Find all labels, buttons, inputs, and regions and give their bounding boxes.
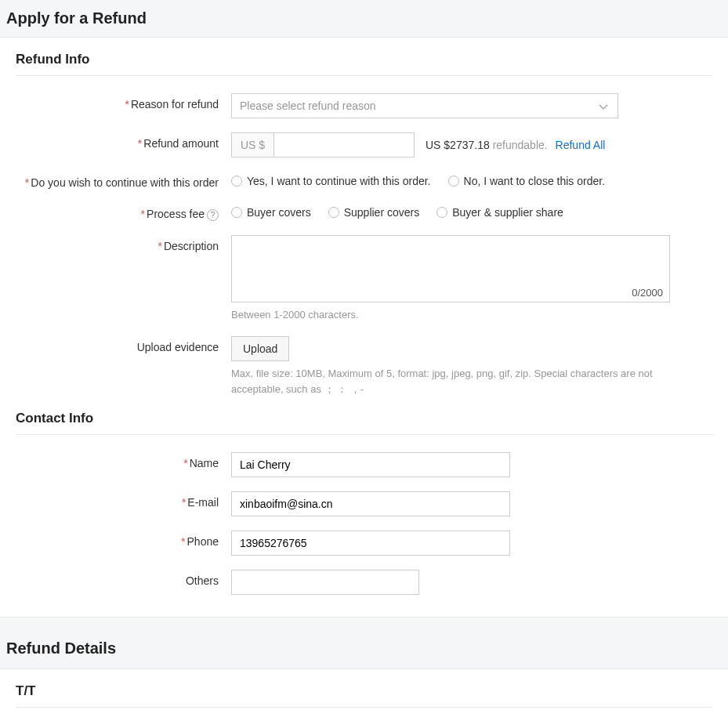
label-phone: *Phone (16, 531, 231, 548)
char-counter: 0/2000 (632, 287, 663, 299)
section-title-refund-info: Refund Info (16, 52, 712, 76)
row-continue-order: *Do you wish to continue with this order… (16, 172, 712, 189)
phone-input[interactable] (231, 531, 510, 556)
refund-details-title: Refund Details (0, 633, 728, 668)
label-phone-text: Phone (187, 535, 219, 548)
row-description: *Description 0/2000 Between 1-2000 chara… (16, 235, 712, 323)
required-marker: * (158, 240, 162, 252)
description-hint: Between 1-2000 characters. (231, 307, 670, 323)
label-name: *Name (16, 452, 231, 469)
row-upload: Upload evidence Upload Max. file size: 1… (16, 336, 712, 397)
radio-icon (328, 207, 339, 218)
label-process-fee-text: Process fee (147, 208, 205, 220)
help-icon[interactable]: ? (207, 209, 219, 221)
row-process-fee: *Process fee? Buyer covers Supplier cove… (16, 203, 712, 221)
page-title: Apply for a Refund (0, 0, 728, 37)
required-marker: * (141, 208, 145, 220)
row-amount: *Refund amount US $ US $2737.18 refundab… (16, 132, 712, 158)
radio-continue-yes[interactable]: Yes, I want to continue with this order. (231, 175, 431, 187)
label-continue-text: Do you wish to continue with this order (31, 176, 219, 189)
label-others-text: Others (186, 574, 219, 587)
required-marker: * (138, 137, 142, 150)
row-name: *Name (16, 452, 712, 477)
required-marker: * (182, 496, 186, 509)
required-marker: * (181, 535, 185, 548)
chevron-down-icon (597, 100, 610, 115)
radio-label: No, I want to close this order. (464, 175, 606, 187)
label-others: Others (16, 570, 231, 587)
reason-select[interactable]: Please select refund reason (231, 93, 618, 118)
description-textarea[interactable]: 0/2000 (231, 235, 670, 302)
label-description-text: Description (164, 240, 219, 252)
email-input[interactable] (231, 491, 510, 516)
refundable-amount: US $2737.18 (426, 139, 490, 151)
row-others: Others (16, 570, 712, 595)
radio-label: Buyer & supplier share (452, 206, 563, 219)
label-reason-text: Reason for refund (131, 98, 219, 110)
upload-hint: Max. file size: 10MB, Maximum of 5, form… (231, 366, 670, 397)
refundable-suffix: refundable. (493, 139, 548, 151)
radio-icon (436, 207, 447, 218)
currency-prefix: US $ (231, 132, 273, 158)
refundable-info: US $2737.18 refundable. Refund All (426, 139, 605, 151)
refund-amount-input[interactable] (273, 132, 415, 158)
required-marker: * (125, 98, 129, 110)
reason-select-placeholder: Please select refund reason (240, 100, 376, 112)
radio-fee-supplier[interactable]: Supplier covers (328, 206, 420, 219)
payment-method-title: T/T (16, 683, 712, 708)
label-amount: *Refund amount (16, 132, 231, 150)
refund-all-link[interactable]: Refund All (556, 139, 606, 151)
label-upload-text: Upload evidence (137, 341, 219, 353)
label-name-text: Name (190, 457, 219, 469)
name-input[interactable] (231, 452, 510, 477)
radio-continue-no[interactable]: No, I want to close this order. (448, 175, 606, 187)
refund-form-panel: Refund Info *Reason for refund Please se… (0, 37, 728, 618)
row-email: *E-mail (16, 491, 712, 516)
radio-fee-share[interactable]: Buyer & supplier share (436, 206, 563, 219)
radio-fee-buyer[interactable]: Buyer covers (231, 206, 311, 219)
upload-button[interactable]: Upload (231, 336, 289, 361)
section-title-contact-info: Contact Info (16, 411, 712, 435)
label-upload: Upload evidence (16, 336, 231, 353)
radio-icon (448, 176, 459, 187)
radio-label: Supplier covers (344, 206, 420, 219)
label-continue: *Do you wish to continue with this order (16, 172, 231, 189)
required-marker: * (183, 457, 187, 469)
label-email: *E-mail (16, 491, 231, 509)
row-reason: *Reason for refund Please select refund … (16, 93, 712, 118)
label-description: *Description (16, 235, 231, 252)
required-marker: * (25, 176, 29, 189)
radio-label: Yes, I want to continue with this order. (247, 175, 431, 187)
radio-icon (231, 207, 242, 218)
radio-icon (231, 176, 242, 187)
label-process-fee: *Process fee? (16, 203, 231, 221)
radio-label: Buyer covers (247, 206, 311, 219)
label-amount-text: Refund amount (143, 137, 219, 150)
others-input[interactable] (231, 570, 419, 595)
refund-details-panel: T/T Process fee: US $30 (To be negotiate… (0, 668, 728, 710)
label-reason: *Reason for refund (16, 93, 231, 110)
label-email-text: E-mail (187, 496, 219, 509)
row-phone: *Phone (16, 531, 712, 556)
